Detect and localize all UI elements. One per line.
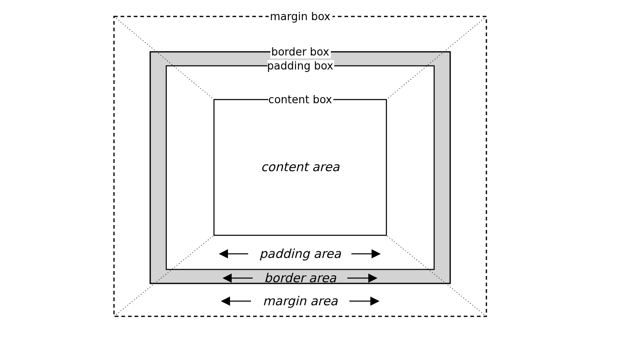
border-box-label: border box — [271, 46, 329, 58]
margin-area-label: margin area — [263, 294, 338, 308]
content-area-label: content area — [261, 160, 340, 174]
content-box-label: content box — [268, 93, 332, 106]
padding-box-label: padding box — [267, 60, 333, 72]
margin-box-label: margin box — [270, 10, 330, 23]
margin-area-row: margin area — [222, 294, 379, 308]
padding-area-label: padding area — [259, 246, 341, 261]
border-area-label: border area — [264, 271, 337, 285]
css-box-model-diagram: margin box border box padding box conten… — [0, 0, 644, 362]
